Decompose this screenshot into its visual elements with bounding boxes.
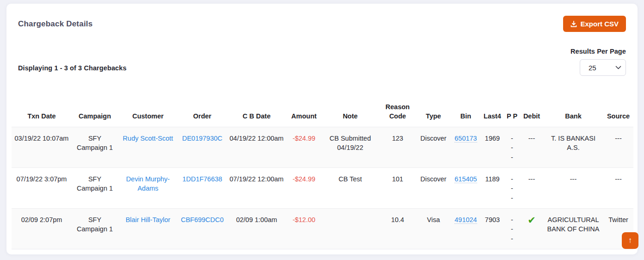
reason-code-cell: 123 bbox=[379, 127, 416, 168]
campaign-cell: SFY Campaign 1 bbox=[72, 127, 118, 168]
bin-cell: 650173 bbox=[451, 127, 481, 168]
last4-cell: 1189 bbox=[481, 168, 504, 209]
debit-cell: ✔ bbox=[520, 208, 543, 249]
order-cell: DE0197930C bbox=[178, 127, 227, 168]
results-per-page-select[interactable]: 25 bbox=[580, 59, 626, 76]
column-header-c-b-date: C B Date bbox=[227, 103, 287, 127]
card-header: Chargeback Details Export CSV bbox=[12, 16, 632, 32]
note-cell: CB Test bbox=[321, 168, 379, 209]
column-header-order: Order bbox=[178, 103, 227, 127]
column-header-type: Type bbox=[416, 103, 451, 127]
order-link[interactable]: 1DD1F76638 bbox=[182, 175, 222, 183]
order-cell: CBF699CDC0 bbox=[178, 208, 227, 249]
pp-cell: --- bbox=[504, 127, 520, 168]
order-link[interactable]: CBF699CDC0 bbox=[181, 216, 224, 223]
export-csv-button[interactable]: Export CSV bbox=[563, 16, 626, 32]
column-header-note: Note bbox=[321, 103, 379, 127]
table-row: 03/19/22 10:07amSFY Campaign 1Rudy Scott… bbox=[12, 127, 633, 168]
bin-link[interactable]: 650173 bbox=[454, 135, 477, 142]
cb-date-cell: 07/19/22 12:00am bbox=[227, 168, 287, 209]
last4-cell: 1969 bbox=[481, 127, 504, 168]
card-type-cell: Discover bbox=[416, 127, 451, 168]
column-header-amount: Amount bbox=[287, 103, 321, 127]
reason-code-cell: 101 bbox=[379, 168, 416, 209]
column-header-customer: Customer bbox=[118, 103, 178, 127]
up-arrow-icon: ↑ bbox=[628, 236, 632, 245]
cb-date-cell: 02/09 1:00am bbox=[227, 208, 287, 249]
pp-cell: --- bbox=[504, 208, 520, 249]
column-header-source: Source bbox=[603, 103, 633, 127]
bin-link[interactable]: 615405 bbox=[454, 175, 477, 183]
amount-cell: -$24.99 bbox=[287, 168, 321, 209]
results-per-page-select-wrap: 25 bbox=[580, 59, 626, 76]
table-row: 02/09 2:07pmSFY Campaign 1Blair Hill-Tay… bbox=[12, 208, 633, 249]
order-cell: 1DD1F76638 bbox=[178, 168, 227, 209]
chargeback-details-card: Chargeback Details Export CSV Displaying… bbox=[6, 4, 638, 254]
customer-link[interactable]: Rudy Scott-Scott bbox=[123, 135, 173, 142]
customer-cell: Devin Murphy-Adams bbox=[118, 168, 178, 209]
column-header-debit: Debit bbox=[520, 103, 543, 127]
export-csv-label: Export CSV bbox=[580, 20, 619, 28]
table-header: Txn DateCampaignCustomerOrderC B DateAmo… bbox=[12, 103, 633, 127]
results-per-page-group: Results Per Page 25 bbox=[570, 48, 626, 76]
campaign-cell: SFY Campaign 1 bbox=[72, 168, 118, 209]
debit-cell: --- bbox=[520, 127, 543, 168]
bank-cell: --- bbox=[543, 168, 603, 209]
source-cell: --- bbox=[603, 127, 633, 168]
bank-cell: T. IS BANKASI A.S. bbox=[543, 127, 603, 168]
note-cell: CB Submitted 04/19/22 bbox=[321, 127, 379, 168]
column-header-txn-date: Txn Date bbox=[12, 103, 72, 127]
column-header-campaign: Campaign bbox=[72, 103, 118, 127]
card-type-cell: Visa bbox=[416, 208, 451, 249]
page-title: Chargeback Details bbox=[18, 16, 92, 29]
campaign-cell: SFY Campaign 1 bbox=[72, 208, 118, 249]
results-summary: Displaying 1 - 3 of 3 Chargebacks bbox=[18, 64, 127, 72]
bin-link[interactable]: 491024 bbox=[454, 216, 477, 224]
txn-date-cell: 03/19/22 10:07am bbox=[12, 127, 72, 168]
last4-cell: 7903 bbox=[481, 208, 504, 249]
check-icon: ✔ bbox=[527, 215, 536, 225]
reason-code-cell: 10.4 bbox=[379, 208, 416, 249]
column-header-reason-code: Reason Code bbox=[379, 103, 416, 127]
txn-date-cell: 02/09 2:07pm bbox=[12, 208, 72, 249]
bin-cell: 491024 bbox=[451, 208, 481, 249]
bank-cell: AGRICULTURAL BANK OF CHINA bbox=[543, 208, 603, 249]
download-icon bbox=[570, 21, 577, 27]
card-type-cell: Discover bbox=[416, 168, 451, 209]
pp-cell: --- bbox=[504, 168, 520, 209]
results-per-page-label: Results Per Page bbox=[570, 48, 626, 55]
amount-cell: -$24.99 bbox=[287, 127, 321, 168]
debit-cell: --- bbox=[520, 168, 543, 209]
cb-date-cell: 04/19/22 12:00am bbox=[227, 127, 287, 168]
chargebacks-table: Txn DateCampaignCustomerOrderC B DateAmo… bbox=[12, 103, 633, 249]
column-header-bank: Bank bbox=[543, 103, 603, 127]
amount-cell: -$12.00 bbox=[287, 208, 321, 249]
txn-date-cell: 07/19/22 3:07pm bbox=[12, 168, 72, 209]
bin-cell: 615405 bbox=[451, 168, 481, 209]
customer-cell: Blair Hill-Taylor bbox=[118, 208, 178, 249]
column-header-last4: Last4 bbox=[481, 103, 504, 127]
source-cell: --- bbox=[603, 168, 633, 209]
scroll-to-top-button[interactable]: ↑ bbox=[622, 232, 638, 249]
meta-row: Displaying 1 - 3 of 3 Chargebacks Result… bbox=[12, 48, 632, 76]
customer-link[interactable]: Devin Murphy-Adams bbox=[126, 175, 170, 192]
column-header-p-p: P P bbox=[504, 103, 520, 127]
customer-link[interactable]: Blair Hill-Taylor bbox=[126, 216, 171, 223]
note-cell bbox=[321, 208, 379, 249]
customer-cell: Rudy Scott-Scott bbox=[118, 127, 178, 168]
order-link[interactable]: DE0197930C bbox=[182, 135, 222, 142]
column-header-bin: Bin bbox=[451, 103, 481, 127]
table-row: 07/19/22 3:07pmSFY Campaign 1Devin Murph… bbox=[12, 168, 633, 209]
